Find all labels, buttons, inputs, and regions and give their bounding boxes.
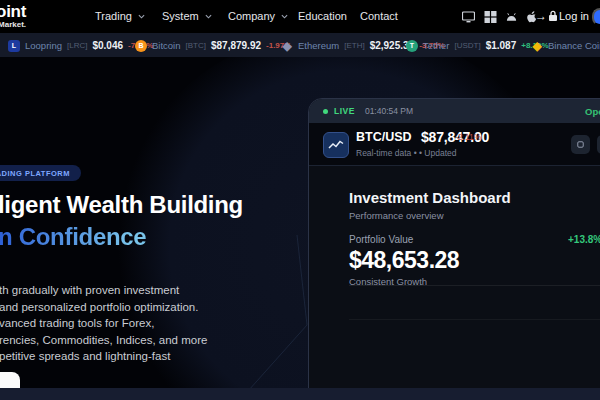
paragraph-line: and personalized portfolio optimization. <box>0 299 207 316</box>
nav-item-label: Contact <box>360 10 398 22</box>
login-link[interactable]: Log in <box>559 10 589 22</box>
ticker-price: $0.046 <box>92 40 123 51</box>
desktop-icon[interactable] <box>462 11 475 23</box>
nav-cta-button[interactable] <box>592 8 600 26</box>
expand-icon-button[interactable] <box>571 135 590 154</box>
ticker-name: Bitcoin <box>152 40 181 51</box>
chevron-down-icon <box>205 13 212 20</box>
divider <box>349 319 600 320</box>
ticker-name: Ethereum <box>298 40 339 51</box>
nav-item-label: Trading <box>95 10 132 22</box>
live-time: 01:40:54 PM <box>365 106 413 116</box>
portfolio-change-badge: +13.8% <box>568 234 600 245</box>
binance-icon: ◆ <box>531 40 543 52</box>
ticker-name: Tether <box>423 40 449 51</box>
line-chart-icon <box>323 132 349 158</box>
bitcoin-icon: B <box>135 40 147 52</box>
windows-icon[interactable] <box>484 11 497 23</box>
nav-item-label: System <box>162 10 199 22</box>
ticker-price: $87,879.92 <box>211 40 261 51</box>
nav-item-label: Education <box>298 10 347 22</box>
live-dot-icon <box>323 109 328 114</box>
android-icon[interactable] <box>505 11 518 23</box>
portfolio-value-label: Portfolio Value <box>349 234 413 245</box>
nav-item-trading[interactable]: Trading <box>95 10 145 22</box>
next-section-strip <box>0 388 600 400</box>
loopring-icon: L <box>8 40 20 52</box>
ticker-code: [LRC] <box>67 41 87 50</box>
nav-item-education[interactable]: Education <box>298 10 347 22</box>
chevron-down-icon <box>138 13 145 20</box>
pair-subtext: Real-time data • • Updated <box>356 148 456 158</box>
paragraph-line: th gradually with proven investment <box>0 282 207 299</box>
lock-icon <box>548 10 558 22</box>
ticker-price: $1.087 <box>486 40 517 51</box>
ticker-item[interactable]: B Bitcoin [BTC] $87,879.92 -1.97% <box>135 39 291 52</box>
divider <box>349 285 600 286</box>
login-arrow-icon: → <box>535 9 547 23</box>
nav-item-label: Company <box>228 10 275 22</box>
live-status-bar: LIVE 01:40:54 PM Open <box>309 99 600 123</box>
tether-icon: T <box>406 40 418 52</box>
nav-item-contact[interactable]: Contact <box>360 10 398 22</box>
portfolio-value: $48,653.28 <box>349 247 459 274</box>
ticker-item[interactable]: L Loopring [LRC] $0.046 -7.28% <box>8 39 153 52</box>
hero-title-line2: n Confidence <box>0 223 146 251</box>
live-label: LIVE <box>334 106 355 116</box>
pair-label: BTC/USD <box>356 130 412 144</box>
logo-line1: point <box>0 3 26 20</box>
crypto-ticker-bar: L Loopring [LRC] $0.046 -7.28% B Bitcoin… <box>0 33 600 57</box>
hero-badge-label: TRADING PLATFORM <box>0 169 70 178</box>
nav-item-company[interactable]: Company <box>228 10 288 22</box>
ticker-name: Binance Coin <box>548 40 600 51</box>
hero-title-line1: ligent Wealth Building <box>0 191 243 219</box>
nav-item-system[interactable]: System <box>162 10 212 22</box>
ticker-item[interactable]: T Tether [USDT] $1.087 +8.12% <box>406 39 549 52</box>
logo-line2: Market. <box>0 21 26 29</box>
ticker-code: [BTC] <box>186 41 206 50</box>
paragraph-line: rencies, Commodities, Indices, and more <box>0 332 207 349</box>
hero-badge: TRADING PLATFORM <box>0 165 81 181</box>
ethereum-icon: ◆ <box>281 40 293 52</box>
ticker-code: [USDT] <box>454 41 480 50</box>
hero-paragraph: th gradually with proven investment and … <box>0 282 207 365</box>
paragraph-line: petitive spreads and lightning-fast <box>0 348 207 365</box>
ticker-item[interactable]: ◆ Binance Coin [BNB] <box>531 39 600 52</box>
btc-quote-row: BTC/USD $87,847.00 -2.11% Real-time data… <box>309 123 600 166</box>
brand-logo[interactable]: point Market. <box>0 3 26 29</box>
open-account-link[interactable]: Open <box>585 106 600 117</box>
dashboard-card: LIVE 01:40:54 PM Open BTC/USD $87,847.00… <box>308 98 600 400</box>
pair-change: -2.11% <box>455 132 481 142</box>
paragraph-line: vanced trading tools for Forex, <box>0 315 207 332</box>
ticker-code: [ETH] <box>344 41 364 50</box>
top-navbar: point Market. Trading System Company Edu… <box>0 0 600 33</box>
dashboard-title: Investment Dashboard <box>349 189 511 206</box>
dashboard-subtitle: Performance overview <box>349 210 444 221</box>
ticker-name: Loopring <box>25 40 62 51</box>
chevron-down-icon <box>281 13 288 20</box>
landing-page: point Market. Trading System Company Edu… <box>0 0 600 400</box>
